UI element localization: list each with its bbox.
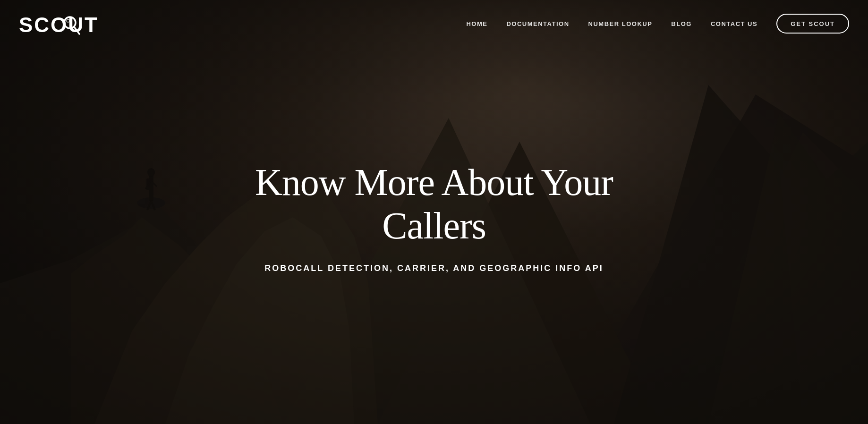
- nav-item-number-lookup[interactable]: NUMBER LOOKUP: [588, 19, 653, 28]
- nav-link-documentation[interactable]: DOCUMENTATION: [506, 20, 569, 27]
- nav-item-get-scout[interactable]: GET SCOUT: [776, 14, 849, 34]
- hero-content: Know More About Your Callers ROBOCALL DE…: [221, 161, 647, 275]
- nav-item-contact-us[interactable]: CONTACT US: [711, 19, 757, 28]
- nav-item-blog[interactable]: BLOG: [671, 19, 692, 28]
- hero-title: Know More About Your Callers: [221, 161, 647, 247]
- logo-svg: SCOUT: [19, 9, 128, 38]
- nav-link-number-lookup[interactable]: NUMBER LOOKUP: [588, 20, 653, 27]
- nav-item-home[interactable]: HOME: [466, 19, 487, 28]
- nav-item-documentation[interactable]: DOCUMENTATION: [506, 19, 569, 28]
- nav-link-get-scout[interactable]: GET SCOUT: [791, 20, 835, 27]
- nav-link-contact-us[interactable]: CONTACT US: [711, 20, 757, 27]
- nav-link-blog[interactable]: BLOG: [671, 20, 692, 27]
- hero-section: SCOUT HOME DOCUMENTATION NUMBER LOOKUP B…: [0, 0, 868, 424]
- nav-link-home[interactable]: HOME: [466, 20, 487, 27]
- hero-subtitle: ROBOCALL DETECTION, CARRIER, AND GEOGRAP…: [221, 262, 647, 275]
- logo[interactable]: SCOUT: [19, 9, 128, 38]
- navbar: SCOUT HOME DOCUMENTATION NUMBER LOOKUP B…: [0, 0, 868, 47]
- svg-text:SCOUT: SCOUT: [19, 13, 99, 36]
- nav-links: HOME DOCUMENTATION NUMBER LOOKUP BLOG CO…: [466, 14, 849, 34]
